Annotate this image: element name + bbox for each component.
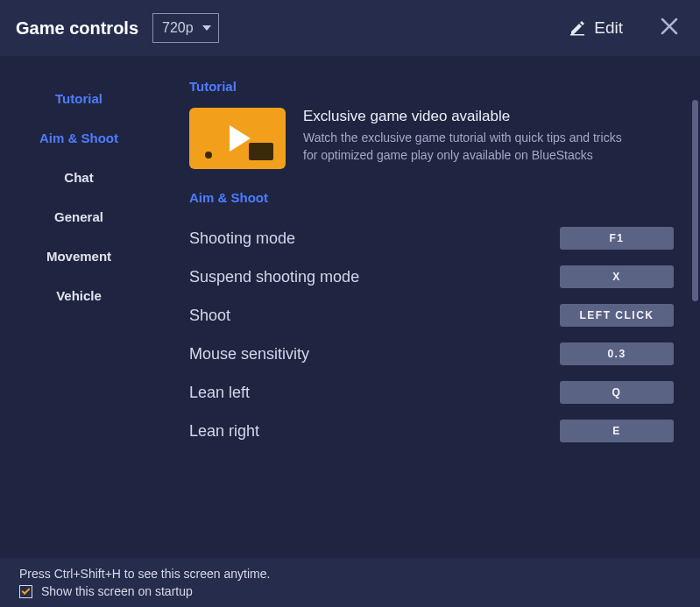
section-heading-tutorial: Tutorial [189,79,674,94]
check-icon [22,586,31,595]
scrollbar-thumb[interactable] [692,100,698,301]
keybinding-row: Suspend shooting modeX [189,258,674,296]
keybinding-row: ShootLEFT CLICK [189,296,674,335]
keybinding-list: Shooting modeF1Suspend shooting modeXSho… [189,219,674,450]
keybinding-key[interactable]: LEFT CLICK [560,304,674,327]
keybinding-row: Mouse sensitivity0.3 [189,335,674,373]
tutorial-row: Exclusive game video available Watch the… [189,108,674,169]
sidebar-item-aim-shoot[interactable]: Aim & Shoot [39,131,118,145]
tutorial-text: Exclusive game video available Watch the… [303,108,636,169]
window-title: Game controls [16,18,138,39]
startup-checkbox-label: Show this screen on startup [41,584,193,598]
keybinding-row: Shooting modeF1 [189,219,674,258]
tutorial-description: Watch the exclusive game tutorial with q… [303,129,636,165]
resolution-value: 720p [162,20,194,36]
keybinding-label: Lean right [189,422,259,441]
keybinding-row: Lean leftQ [189,373,674,412]
tutorial-title: Exclusive game video available [303,108,636,125]
startup-checkbox-row: Show this screen on startup [19,584,681,598]
keybinding-key[interactable]: 0.3 [560,342,674,365]
sidebar: TutorialAim & ShootChatGeneralMovementVe… [0,56,158,558]
keybinding-key[interactable]: E [560,420,674,442]
sidebar-item-general[interactable]: General [54,209,103,224]
edit-button[interactable]: Edit [561,13,632,43]
titlebar: Game controls 720p Edit [0,0,700,56]
game-controls-window: Game controls 720p Edit TutorialAim & Sh… [0,0,700,607]
content-panel: Tutorial Exclusive game video available … [158,56,700,558]
footer-hint: Press Ctrl+Shift+H to see this screen an… [19,567,681,581]
chevron-down-icon [202,25,211,31]
sidebar-item-movement[interactable]: Movement [46,249,111,264]
keybinding-key[interactable]: X [560,265,674,288]
resolution-select[interactable]: 720p [152,13,219,43]
section-heading-aimshoot: Aim & Shoot [189,190,674,205]
keybinding-key[interactable]: Q [560,381,674,404]
edit-label: Edit [594,18,623,38]
footer: Press Ctrl+Shift+H to see this screen an… [0,558,700,607]
close-button[interactable] [654,11,684,45]
startup-checkbox[interactable] [19,585,32,598]
keybinding-label: Mouse sensitivity [189,345,309,363]
tutorial-video-thumbnail[interactable] [189,108,286,169]
keybinding-label: Shooting mode [189,229,295,248]
sidebar-item-vehicle[interactable]: Vehicle [56,288,102,303]
keybinding-row: Lean rightE [189,412,674,450]
keybinding-label: Shoot [189,307,230,325]
keybinding-key[interactable]: F1 [560,227,674,250]
keybinding-label: Suspend shooting mode [189,268,359,286]
play-icon [230,125,251,152]
pencil-icon [569,20,585,36]
sidebar-item-chat[interactable]: Chat [64,170,93,185]
body: TutorialAim & ShootChatGeneralMovementVe… [0,56,700,558]
sidebar-item-tutorial[interactable]: Tutorial [55,91,103,106]
keybinding-label: Lean left [189,384,250,402]
svg-rect-0 [570,34,584,36]
close-icon [660,17,679,36]
